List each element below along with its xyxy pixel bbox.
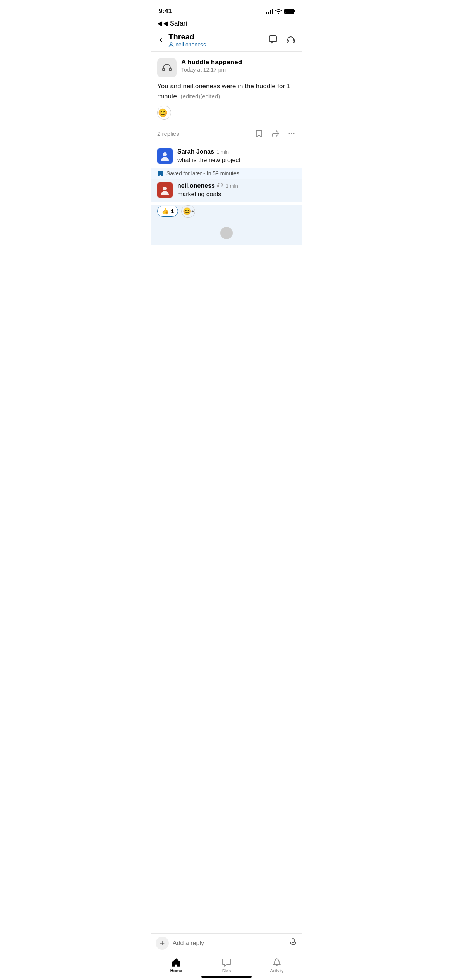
status-time: 9:41	[159, 7, 172, 15]
svg-rect-14	[222, 185, 223, 187]
back-button[interactable]: ‹	[157, 34, 165, 46]
more-options-icon[interactable]	[287, 129, 296, 138]
thumbsup-reaction[interactable]: 👍 1	[157, 206, 178, 217]
saved-banner: Saved for later • In 59 minutes	[151, 168, 302, 179]
emoji-add-icon: 😊	[158, 108, 168, 117]
message-text-neil: marketing goals	[177, 190, 238, 199]
replies-count: 2 replies	[157, 130, 179, 137]
replies-bar: 2 replies	[151, 125, 302, 142]
message-author: Sarah Jonas	[177, 148, 214, 155]
message-time: 1 min	[216, 149, 229, 155]
status-icons	[266, 9, 294, 14]
svg-point-8	[289, 133, 290, 134]
safari-back-arrow: ◀	[157, 19, 162, 27]
safari-back-text[interactable]: ◀ ◀ Safari	[157, 19, 187, 27]
huddle-body-text: You and neil.oneness were in the huddle …	[157, 82, 290, 100]
scroll-indicator	[151, 221, 302, 245]
huddle-title: A huddle happened	[181, 58, 242, 67]
add-reaction-button[interactable]: 😊+	[181, 205, 195, 218]
add-reaction-icon: 😊	[183, 207, 191, 216]
svg-point-9	[291, 133, 292, 134]
scroll-dot	[220, 227, 233, 239]
nav-right	[269, 35, 296, 45]
new-thread-icon[interactable]	[269, 35, 279, 45]
message-author-neil: neil.oneness	[177, 182, 215, 189]
status-bar: 9:41	[151, 0, 302, 19]
nav-user-link[interactable]: neil.oneness	[175, 41, 206, 48]
message-item-neil: neil.oneness 1 min marketing goals	[151, 179, 302, 202]
headphones-icon[interactable]	[286, 35, 296, 45]
message-header-neil: neil.oneness 1 min	[177, 182, 238, 189]
battery-icon	[284, 9, 294, 14]
huddle-avatar-icon	[157, 58, 177, 77]
thumbsup-emoji: 👍	[161, 207, 169, 215]
safari-label[interactable]: ◀ Safari	[163, 19, 187, 27]
page-title: Thread	[168, 32, 206, 41]
message-header-sarah: Sarah Jonas 1 min	[177, 148, 240, 155]
svg-rect-13	[218, 185, 219, 187]
share-icon[interactable]	[271, 129, 280, 138]
reactions-row: 👍 1 😊+	[151, 205, 302, 221]
huddle-section: A huddle happened Today at 12:17 pm You …	[151, 52, 302, 125]
nav-header: ‹ Thread neil.oneness	[151, 30, 302, 52]
headphones-small-icon	[217, 182, 223, 188]
add-emoji-button[interactable]: 😊+	[157, 106, 171, 120]
huddle-time: Today at 12:17 pm	[181, 67, 242, 73]
svg-point-11	[163, 152, 167, 156]
signal-bars-icon	[266, 9, 273, 14]
wifi-icon	[275, 9, 282, 14]
message-content-neil: neil.oneness 1 min marketing goals	[177, 182, 238, 199]
saved-bookmark-icon	[157, 170, 163, 177]
reaction-count: 1	[171, 208, 174, 214]
replies-actions	[255, 129, 296, 138]
huddle-info: A huddle happened Today at 12:17 pm	[181, 58, 242, 73]
nav-subtitle[interactable]: neil.oneness	[168, 41, 206, 48]
person-icon	[168, 42, 174, 47]
messages-section: Sarah Jonas 1 min what is the new projec…	[151, 142, 302, 248]
nav-title-block: Thread neil.oneness	[168, 32, 206, 48]
safari-back-bar[interactable]: ◀ ◀ Safari	[151, 19, 302, 30]
svg-point-0	[170, 43, 172, 45]
nav-left: ‹ Thread neil.oneness	[157, 32, 206, 48]
huddle-edited: (edited)	[180, 93, 200, 99]
bookmark-icon[interactable]	[255, 129, 263, 138]
svg-point-12	[163, 187, 167, 190]
huddle-header: A huddle happened Today at 12:17 pm	[157, 58, 296, 77]
message-content-sarah: Sarah Jonas 1 min what is the new projec…	[177, 148, 240, 164]
avatar-neil	[157, 182, 173, 198]
message-item: Sarah Jonas 1 min what is the new projec…	[151, 145, 302, 168]
svg-point-10	[293, 133, 295, 134]
svg-rect-1	[269, 36, 276, 42]
huddle-body: You and neil.oneness were in the huddle …	[157, 81, 296, 101]
avatar-sarah	[157, 148, 173, 164]
message-time-neil: 1 min	[226, 183, 238, 189]
message-text-sarah: what is the new project	[177, 156, 240, 164]
saved-for-later-text: Saved for later • In 59 minutes	[166, 170, 239, 176]
